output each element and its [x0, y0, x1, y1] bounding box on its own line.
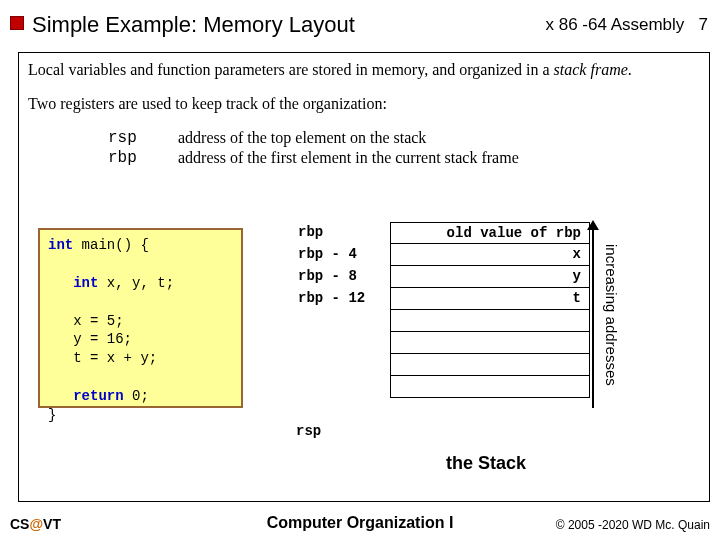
stack-cell: t [390, 288, 590, 310]
reg-desc: address of the first element in the curr… [178, 148, 519, 168]
kw-int: int [73, 275, 98, 291]
reg-desc: address of the top element on the stack [178, 128, 426, 148]
paragraph-1: Local variables and function parameters … [28, 60, 702, 80]
kw-int: int [48, 237, 73, 253]
stack-row: rbp - 8 y [296, 266, 696, 288]
page-number: 7 [699, 15, 708, 34]
stack-cell [390, 376, 590, 398]
title-bullet-icon [10, 16, 24, 30]
code-text: y = 16; [48, 331, 132, 347]
stack-cell: x [390, 244, 590, 266]
footer-right: © 2005 -2020 WD Mc. Quain [556, 518, 710, 532]
code-text: main() { [73, 237, 149, 253]
stack-offset-label: rbp - 8 [296, 268, 390, 286]
stack-diagram: rbp old value of rbp rbp - 4 x rbp - 8 y… [296, 222, 696, 398]
stack-row [296, 332, 696, 354]
paragraph-2: Two registers are used to keep track of … [28, 94, 702, 114]
p1-italic: stack frame [554, 61, 628, 78]
p1-text-a: Local variables and function parameters … [28, 61, 554, 78]
reg-name: rbp [108, 148, 178, 168]
code-text: x, y, t; [98, 275, 174, 291]
stack-row [296, 310, 696, 332]
stack-offset-label: rbp - 12 [296, 290, 390, 308]
slide-content: Local variables and function parameters … [28, 60, 702, 186]
kw-return: return [73, 388, 123, 404]
slide-topic: x 86 -64 Assembly 7 [545, 15, 708, 35]
stack-row: rbp old value of rbp [296, 222, 696, 244]
code-text: x = 5; [48, 313, 124, 329]
slide-header: Simple Example: Memory Layout x 86 -64 A… [0, 12, 720, 42]
slide-footer: CS@VT Computer Organization I © 2005 -20… [0, 510, 720, 532]
stack-caption: the Stack [446, 452, 526, 475]
stack-row: rbp - 4 x [296, 244, 696, 266]
topic-text: x 86 -64 Assembly [545, 15, 684, 34]
code-text: 0; [124, 388, 149, 404]
reg-row-rbp: rbp address of the first element in the … [108, 148, 702, 168]
stack-row: rbp - 12 t [296, 288, 696, 310]
p1-text-c: . [628, 61, 632, 78]
arrow-caption: increasing addresses [598, 220, 620, 410]
stack-cell [390, 354, 590, 376]
code-text: t = x + y; [48, 350, 157, 366]
register-definitions: rsp address of the top element on the st… [108, 128, 702, 168]
stack-cell: old value of rbp [390, 222, 590, 244]
stack-offset-label: rbp [296, 224, 390, 242]
code-text: } [48, 407, 56, 423]
code-snippet: int main() { int x, y, t; x = 5; y = 16;… [38, 228, 243, 408]
stack-row [296, 354, 696, 376]
stack-cell: y [390, 266, 590, 288]
stack-offset-label: rbp - 4 [296, 246, 390, 264]
reg-row-rsp: rsp address of the top element on the st… [108, 128, 702, 148]
rsp-label: rsp [296, 423, 390, 441]
reg-name: rsp [108, 128, 178, 148]
arrow-line-icon [592, 226, 594, 408]
stack-row [296, 376, 696, 398]
slide-title: Simple Example: Memory Layout [32, 12, 355, 38]
stack-cell [390, 332, 590, 354]
stack-cell [390, 310, 590, 332]
